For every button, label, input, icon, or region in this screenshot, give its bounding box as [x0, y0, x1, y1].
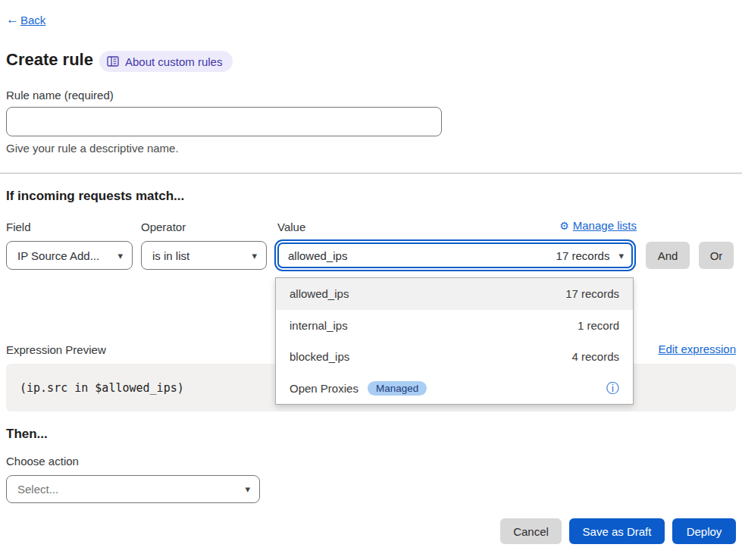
chevron-down-icon: ▾ [252, 251, 257, 261]
back-link-label: Back [20, 14, 45, 27]
value-column-label: Value [277, 221, 305, 233]
cancel-button[interactable]: Cancel [500, 518, 562, 544]
about-custom-rules-badge[interactable]: About custom rules [99, 51, 233, 72]
managed-badge: Managed [368, 381, 427, 396]
back-link[interactable]: ← Back [6, 12, 45, 27]
book-icon [107, 56, 119, 67]
action-select-placeholder: Select... [17, 483, 58, 496]
action-select[interactable]: Select... ▾ [6, 475, 260, 503]
value-dropdown-menu: allowed_ips 17 records internal_ips 1 re… [275, 277, 634, 405]
list-option-internal-ips[interactable]: internal_ips 1 record [276, 310, 633, 342]
manage-lists-label: Manage lists [573, 219, 637, 232]
match-section-heading: If incoming requests match... [6, 189, 184, 204]
save-as-draft-button[interactable]: Save as Draft [569, 518, 665, 544]
edit-expression-link[interactable]: Edit expression [658, 343, 736, 355]
deploy-button[interactable]: Deploy [672, 518, 736, 544]
rule-name-input[interactable] [6, 107, 442, 136]
operator-column-label: Operator [141, 221, 186, 233]
operator-select-value: is in list [152, 249, 189, 262]
value-select[interactable]: allowed_ips 17 records ▾ [277, 242, 633, 268]
list-option-record-count: 1 record [578, 319, 619, 332]
rule-name-label: Rule name (required) [6, 89, 114, 102]
list-option-open-proxies[interactable]: Open Proxies Managed ⓘ [276, 373, 633, 405]
manage-lists-link[interactable]: ⚙ Manage lists [559, 219, 637, 232]
and-button[interactable]: And [646, 242, 690, 269]
page-title: Create rule [6, 50, 93, 70]
field-select-value: IP Source Add... [17, 249, 99, 262]
list-option-blocked-ips[interactable]: blocked_ips 4 records [276, 341, 633, 373]
expression-preview-label: Expression Preview [6, 343, 106, 356]
chevron-down-icon: ▾ [117, 251, 123, 261]
list-option-allowed-ips[interactable]: allowed_ips 17 records [276, 278, 633, 310]
or-button[interactable]: Or [699, 242, 734, 269]
operator-select[interactable]: is in list ▾ [141, 241, 267, 270]
back-arrow-icon: ← [6, 12, 19, 27]
value-select-value: allowed_ips [288, 249, 347, 262]
create-rule-page: ← Back Create rule About custom rules Ru… [0, 0, 742, 560]
about-custom-rules-label: About custom rules [125, 55, 222, 68]
expression-code: (ip.src in $allowed_ips) [20, 381, 184, 395]
then-section-heading: Then... [6, 427, 48, 442]
list-option-name: internal_ips [290, 319, 348, 332]
section-divider [0, 173, 742, 174]
chevron-down-icon: ▾ [618, 251, 624, 261]
field-column-label: Field [6, 221, 31, 233]
list-option-record-count: 4 records [571, 350, 619, 363]
choose-action-label: Choose action [6, 455, 79, 468]
chevron-down-icon: ▾ [245, 484, 250, 494]
list-option-record-count: 17 records [565, 287, 619, 300]
value-select-record-count: 17 records [556, 249, 610, 262]
list-option-name: blocked_ips [290, 350, 349, 363]
list-option-name: Open Proxies [290, 382, 358, 395]
info-icon[interactable]: ⓘ [606, 382, 619, 395]
field-select[interactable]: IP Source Add... ▾ [6, 241, 133, 270]
rule-name-helper-text: Give your rule a descriptive name. [6, 142, 179, 155]
list-option-name: allowed_ips [290, 287, 349, 300]
gear-icon: ⚙ [559, 220, 569, 232]
